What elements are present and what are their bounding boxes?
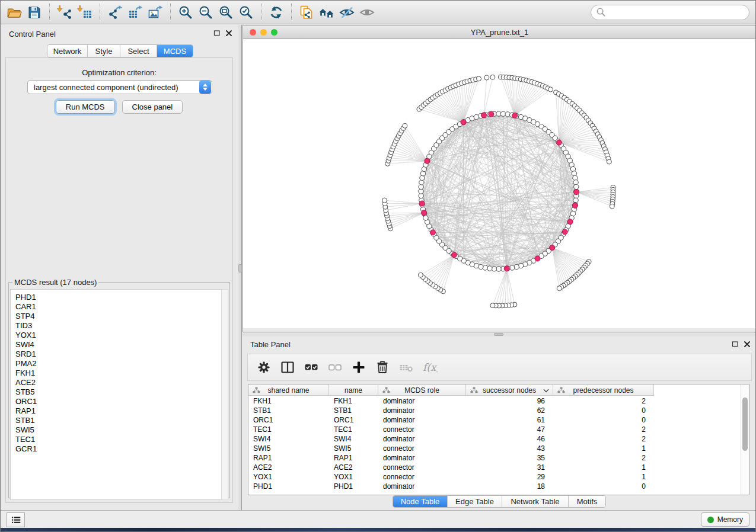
criterion-select[interactable]: largest connected component (undirected)	[27, 80, 212, 94]
mcds-result-node[interactable]: ORC1	[15, 397, 222, 406]
horizontal-splitter-handle[interactable]	[494, 333, 503, 336]
zoom-fit-button[interactable]	[216, 3, 236, 22]
first-neighbors-button[interactable]	[317, 3, 337, 22]
duplicate-network-button[interactable]	[296, 3, 317, 22]
float-panel-icon[interactable]	[732, 341, 739, 348]
column-header-MCDS-role[interactable]: MCDS role	[378, 384, 466, 396]
column-header-shared-name[interactable]: shared name	[248, 384, 329, 396]
network-window: YPA_prune.txt_1	[243, 25, 756, 332]
column-header-successor-nodes[interactable]: successor nodes	[466, 384, 553, 396]
mcds-result-node[interactable]: TEC1	[15, 435, 222, 444]
add-column-button[interactable]	[351, 360, 366, 375]
mcds-tab-content: Optimization criterion: largest connecte…	[5, 57, 233, 503]
import-network-button[interactable]	[55, 3, 75, 22]
table-row[interactable]: STB1STB1dominator620	[248, 406, 749, 415]
memory-button[interactable]: Memory	[701, 512, 749, 527]
table-row[interactable]: ORC1ORC1dominator610	[248, 415, 749, 425]
zoom-selected-button[interactable]	[236, 3, 256, 22]
float-panel-icon[interactable]	[213, 30, 221, 37]
column-header-predecessor-nodes[interactable]: predecessor nodes	[553, 384, 654, 396]
table-scrollbar-thumb[interactable]	[742, 398, 748, 451]
horizontal-splitter[interactable]	[243, 332, 756, 336]
select-all-button[interactable]	[304, 360, 319, 375]
table-row[interactable]: PHD1PHD1dominator180	[248, 482, 749, 491]
mcds-result-node[interactable]: YOX1	[15, 331, 222, 340]
cell-shared-name: ACE2	[248, 463, 329, 472]
tab-network-table[interactable]: Network Table	[502, 496, 569, 507]
close-panel-button[interactable]: Close panel	[122, 100, 183, 114]
vertical-splitter[interactable]	[238, 25, 242, 510]
close-panel-icon[interactable]	[225, 30, 232, 37]
delete-column-button[interactable]	[375, 360, 390, 375]
cell-name: STB1	[329, 406, 378, 415]
mcds-result-node[interactable]: SRD1	[15, 350, 222, 359]
export-network-button[interactable]	[105, 3, 125, 22]
table-row[interactable]: TEC1TEC1connector472	[248, 425, 749, 434]
table-row[interactable]: YOX1YOX1connector291	[248, 472, 749, 482]
memory-status-icon	[707, 517, 714, 523]
cell-MCDS-role: dominator	[378, 415, 466, 425]
mcds-result-node[interactable]: GCR1	[15, 444, 222, 454]
cell-shared-name: RAP1	[248, 453, 329, 463]
table-row[interactable]: SWI5SWI5connector431	[248, 444, 749, 453]
tab-edge-table[interactable]: Edge Table	[448, 496, 502, 507]
mcds-result-node[interactable]: STP4	[15, 312, 222, 321]
export-image-button[interactable]	[145, 3, 165, 22]
cell-successor-nodes: 43	[466, 444, 553, 453]
search-input[interactable]	[608, 8, 744, 17]
tab-motifs[interactable]: Motifs	[569, 496, 605, 507]
table-scrollbar[interactable]	[741, 384, 749, 495]
mcds-result-list[interactable]: PHD1CAR1STP4TID3YOX1SWI4SRD1PMA2FKH1ACE2…	[10, 289, 222, 500]
control-panel-header: Control Panel	[1, 25, 238, 41]
mcds-result-node[interactable]: CAR1	[15, 302, 222, 312]
tab-style[interactable]: Style	[88, 45, 120, 57]
toolbar-separator	[100, 4, 100, 21]
tab-network[interactable]: Network	[47, 45, 88, 57]
search-box[interactable]	[591, 5, 749, 20]
network-window-titlebar[interactable]: YPA_prune.txt_1	[243, 25, 756, 39]
split-columns-button[interactable]	[280, 360, 295, 375]
import-table-button[interactable]	[75, 3, 95, 22]
table-row[interactable]: ACE2ACE2connector311	[248, 463, 749, 472]
network-graph[interactable]	[243, 39, 756, 328]
mcds-result-node[interactable]: STB5	[15, 387, 222, 397]
mcds-result-node[interactable]: FKH1	[15, 368, 222, 378]
mcds-result-node[interactable]: SWI5	[15, 425, 222, 435]
open-folder-button[interactable]	[4, 3, 24, 22]
vertical-splitter-handle[interactable]	[238, 264, 242, 273]
zoom-out-button[interactable]	[196, 3, 216, 22]
table-row[interactable]: FKH1FKH1dominator962	[248, 396, 749, 406]
show-all-button[interactable]	[357, 3, 377, 22]
mcds-result-node[interactable]: PMA2	[15, 359, 222, 368]
table-row[interactable]: RAP1RAP1dominator352	[248, 453, 749, 463]
cell-name: ORC1	[329, 415, 378, 425]
refresh-button[interactable]	[266, 3, 286, 22]
export-table-button[interactable]	[125, 3, 145, 22]
hide-selected-button[interactable]	[337, 3, 357, 22]
mcds-result-node[interactable]: RAP1	[15, 406, 222, 416]
deselect-all-button[interactable]	[327, 360, 343, 375]
mcds-result-node[interactable]: TID3	[15, 321, 222, 331]
gear-icon	[256, 360, 272, 375]
mcds-result-node[interactable]: STB1	[15, 416, 222, 425]
column-header-name[interactable]: name	[329, 384, 378, 396]
close-panel-icon[interactable]	[744, 341, 751, 348]
mcds-result-node[interactable]: ACE2	[15, 378, 222, 387]
zoom-in-button[interactable]	[176, 3, 196, 22]
network-canvas[interactable]	[243, 39, 756, 328]
gear-button[interactable]	[256, 360, 272, 375]
mcds-result-scrollbar[interactable]	[221, 289, 228, 500]
select-stepper-icon	[199, 81, 211, 94]
table-row[interactable]: SWI4SWI4dominator462	[248, 434, 749, 444]
criterion-value: largest connected component (undirected)	[28, 83, 199, 92]
run-mcds-button[interactable]: Run MCDS	[56, 100, 115, 114]
cell-successor-nodes: 96	[466, 396, 553, 406]
tab-node-table[interactable]: Node Table	[393, 496, 448, 507]
tab-mcds[interactable]: MCDS	[157, 45, 193, 57]
show-panels-button[interactable]	[7, 512, 25, 527]
mcds-result-node[interactable]: PHD1	[15, 293, 222, 302]
cell-successor-nodes: 18	[466, 482, 553, 491]
tab-select[interactable]: Select	[120, 45, 157, 57]
mcds-result-node[interactable]: SWI4	[15, 340, 222, 350]
save-button[interactable]	[24, 3, 44, 22]
